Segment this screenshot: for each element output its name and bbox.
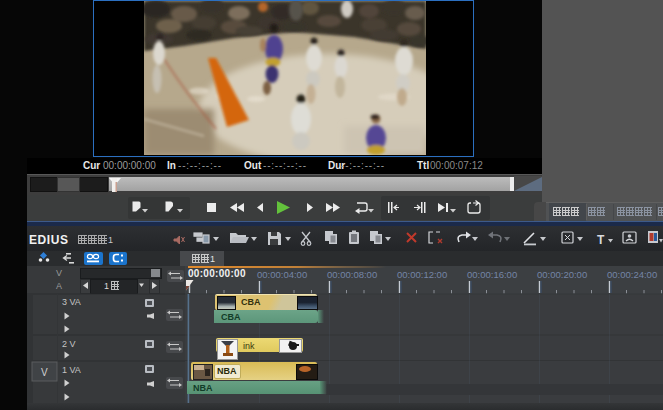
svg-text:T: T	[597, 233, 605, 247]
svg-text:V: V	[41, 367, 48, 378]
svg-text:1 VA: 1 VA	[62, 365, 81, 375]
svg-text:2 V: 2 V	[62, 339, 76, 349]
svg-text:3 VA: 3 VA	[62, 297, 81, 307]
